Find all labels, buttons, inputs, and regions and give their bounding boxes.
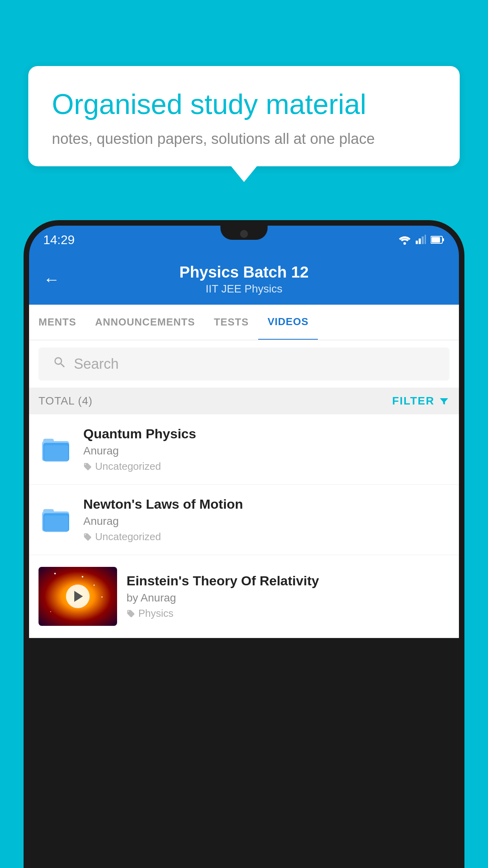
svg-rect-3 bbox=[422, 236, 424, 244]
svg-rect-7 bbox=[431, 237, 440, 243]
speech-bubble: Organised study material notes, question… bbox=[28, 66, 460, 166]
status-time: 14:29 bbox=[43, 233, 75, 247]
header-title: Physics Batch 12 bbox=[69, 263, 419, 281]
search-placeholder: Search bbox=[74, 356, 119, 372]
svg-rect-6 bbox=[442, 238, 444, 241]
camera bbox=[240, 230, 248, 238]
total-count: TOTAL (4) bbox=[39, 395, 93, 407]
filter-label: FILTER bbox=[392, 395, 435, 407]
video-thumbnail-3 bbox=[39, 567, 117, 626]
play-button[interactable] bbox=[66, 585, 90, 608]
filter-button[interactable]: FILTER bbox=[392, 395, 449, 407]
search-icon bbox=[53, 355, 67, 373]
video-author-1: Anurag bbox=[83, 445, 449, 457]
tag-icon bbox=[83, 462, 92, 471]
bubble-title: Organised study material bbox=[52, 87, 436, 121]
svg-rect-11 bbox=[44, 445, 68, 462]
signal-icon bbox=[416, 235, 426, 245]
status-icons bbox=[398, 235, 445, 245]
video-author-3: by Anurag bbox=[127, 592, 449, 604]
tab-bar: MENTS ANNOUNCEMENTS TESTS VIDEOS bbox=[29, 305, 459, 340]
tab-announcements[interactable]: ANNOUNCEMENTS bbox=[86, 305, 204, 339]
video-tag-label-2: Uncategorized bbox=[95, 531, 161, 543]
search-bar[interactable]: Search bbox=[39, 348, 449, 381]
phone-frame: 14:29 ← Phys bbox=[24, 220, 464, 868]
header-subtitle: IIT JEE Physics bbox=[69, 283, 419, 295]
svg-rect-9 bbox=[43, 439, 54, 443]
svg-rect-4 bbox=[425, 235, 426, 244]
list-item[interactable]: Quantum Physics Anurag Uncategorized bbox=[29, 414, 459, 485]
folder-icon bbox=[42, 506, 70, 534]
video-author-2: Anurag bbox=[83, 515, 449, 528]
tag-icon bbox=[127, 609, 135, 618]
header-title-area: Physics Batch 12 IIT JEE Physics bbox=[69, 263, 419, 295]
video-info-2: Newton's Laws of Motion Anurag Uncategor… bbox=[83, 497, 449, 543]
video-tag-1: Uncategorized bbox=[83, 460, 449, 473]
svg-rect-2 bbox=[419, 239, 421, 244]
svg-rect-15 bbox=[44, 516, 68, 532]
folder-thumb-1 bbox=[39, 432, 74, 467]
app-header: ← Physics Batch 12 IIT JEE Physics bbox=[29, 254, 459, 305]
video-list: Quantum Physics Anurag Uncategorized bbox=[29, 414, 459, 638]
status-bar: 14:29 bbox=[29, 226, 459, 254]
tag-icon bbox=[83, 533, 92, 541]
tab-ments[interactable]: MENTS bbox=[29, 305, 86, 339]
video-tag-label-1: Uncategorized bbox=[95, 460, 161, 473]
folder-thumb-2 bbox=[39, 502, 74, 537]
svg-rect-1 bbox=[416, 241, 418, 244]
video-info-1: Quantum Physics Anurag Uncategorized bbox=[83, 426, 449, 473]
video-tag-label-3: Physics bbox=[138, 607, 174, 620]
svg-rect-13 bbox=[43, 509, 54, 514]
folder-icon bbox=[42, 435, 70, 463]
filter-row: TOTAL (4) FILTER bbox=[29, 388, 459, 414]
video-tag-3: Physics bbox=[127, 607, 449, 620]
video-info-3: Einstein's Theory Of Relativity by Anura… bbox=[127, 573, 449, 620]
svg-point-0 bbox=[404, 242, 406, 245]
list-item[interactable]: Newton's Laws of Motion Anurag Uncategor… bbox=[29, 485, 459, 555]
video-title-1: Quantum Physics bbox=[83, 426, 449, 441]
tab-tests[interactable]: TESTS bbox=[204, 305, 258, 339]
tab-videos[interactable]: VIDEOS bbox=[258, 305, 318, 340]
filter-icon bbox=[438, 395, 449, 406]
back-button[interactable]: ← bbox=[43, 270, 60, 289]
bubble-subtitle: notes, question papers, solutions all at… bbox=[52, 131, 436, 147]
notch bbox=[220, 226, 268, 240]
wifi-icon bbox=[398, 235, 411, 245]
play-triangle bbox=[74, 591, 83, 602]
battery-icon bbox=[431, 235, 445, 244]
search-container: Search bbox=[29, 340, 459, 388]
video-title-2: Newton's Laws of Motion bbox=[83, 497, 449, 512]
video-title-3: Einstein's Theory Of Relativity bbox=[127, 573, 449, 588]
video-tag-2: Uncategorized bbox=[83, 531, 449, 543]
list-item[interactable]: Einstein's Theory Of Relativity by Anura… bbox=[29, 555, 459, 638]
